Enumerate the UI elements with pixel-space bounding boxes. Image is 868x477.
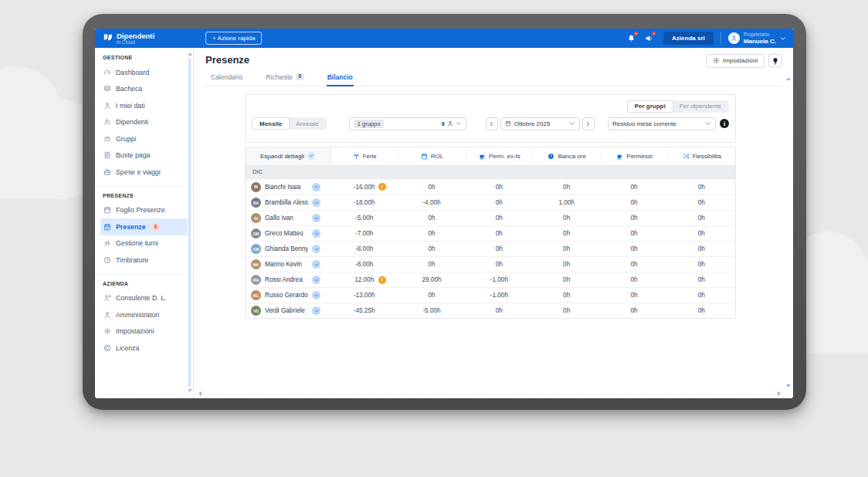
table-row[interactable]: RA Rossi Andrea 12.00h!29.00h-1.00h0h0h0… (246, 272, 735, 287)
column-header-banca-ore[interactable]: Banca ore (533, 147, 600, 165)
balance-value: 0h (496, 307, 503, 314)
column-header-flessibilit[interactable]: Flessibilità (668, 147, 735, 165)
tab-calendario[interactable]: Calendario (210, 71, 243, 86)
employee-count: 9 (442, 120, 445, 127)
employee-name: Bianchi Isaia (265, 184, 308, 191)
table-row[interactable]: GB Ghianda Benny -8.00h0h0h0h0h0h (246, 241, 735, 256)
sidebar-item-spese-e-viaggi[interactable]: Spese e viaggi (100, 164, 188, 181)
scroll-up-arrow-icon[interactable] (786, 77, 791, 80)
tab-richieste[interactable]: Richieste 8 (265, 71, 305, 86)
sidebar-nav: GESTIONE Dashboard Bacheca I miei dati D… (95, 55, 193, 357)
company-button[interactable]: Azienda srl (663, 32, 714, 45)
chevron-down-icon (569, 120, 575, 127)
balance-type-select[interactable]: Residuo mese corrente (608, 117, 716, 130)
toggle-per-dipendente[interactable]: Per dipendente (673, 101, 728, 112)
toggle-per-gruppi[interactable]: Per gruppi (628, 101, 673, 112)
balance-value: 0h (496, 184, 503, 191)
bilancio-content: Per gruppi Per dipendente Mensile Annual… (245, 94, 736, 320)
table-row[interactable]: GM Greco Matteo -7.00h0h0h0h0h0h (246, 225, 735, 241)
balance-value: 0h (563, 230, 570, 237)
balance-cell: 0h (668, 215, 735, 222)
expand-row-chevron-icon[interactable] (312, 229, 320, 238)
expand-details-button[interactable]: Espandi dettagli (246, 147, 331, 165)
quick-action-button[interactable]: + Azione rapida (205, 32, 262, 45)
toggle-mensile[interactable]: Mensile (253, 118, 289, 129)
table-row[interactable]: BA Brambilla Alessa... -18.00h-4.00h0h1.… (246, 195, 735, 210)
table-row[interactable]: RG Russo Gerardo -13.00h0h-1.00h0h0h0h (246, 287, 735, 303)
sidebar-section: AZIENDA Consulente D. L. Amministratori … (95, 274, 193, 357)
next-month-button[interactable] (582, 117, 595, 130)
expand-row-chevron-icon[interactable] (312, 245, 320, 253)
expand-row-chevron-icon[interactable] (312, 260, 320, 269)
column-header-permessi[interactable]: Permessi (600, 147, 667, 165)
balance-value: -8.00h (355, 245, 373, 252)
balance-cell: 0h (533, 184, 600, 191)
tab-bilancio[interactable]: Bilancio (327, 71, 354, 86)
expand-row-chevron-icon[interactable] (312, 214, 320, 222)
sidebar-item-licenza[interactable]: Licenza (100, 340, 188, 357)
main-vertical-scrollbar[interactable] (786, 77, 791, 387)
table-row[interactable]: GI Gallo Ivan -5.00h0h0h0h0h0h (246, 210, 735, 225)
sidebar-item-amministratori[interactable]: Amministratori (100, 306, 188, 323)
sidebar-item-consulente-d-l[interactable]: Consulente D. L. (100, 290, 188, 307)
sidebar-item-buste-paga[interactable]: Buste paga (100, 147, 188, 164)
balance-cell: 0h (533, 230, 600, 237)
previous-month-button[interactable] (486, 117, 498, 130)
balance-value: 0h (428, 215, 435, 222)
main-horizontal-scrollbar[interactable] (198, 391, 781, 396)
balance-cell: 0h (398, 230, 465, 237)
tab-label: Richieste (266, 73, 293, 81)
sidebar-item-impostazioni[interactable]: Impostazioni (100, 323, 188, 340)
settings-button[interactable]: Impostazioni (706, 54, 765, 68)
balance-cell: -7.00h (331, 230, 398, 237)
scroll-down-arrow-icon[interactable] (188, 389, 192, 392)
sidebar-item-dashboard[interactable]: Dashboard (100, 64, 188, 81)
sidebar-item-timbrature[interactable]: Timbrature (100, 252, 188, 269)
sidebar-item-gestione-turni[interactable]: Gestione turni (100, 235, 188, 252)
toggle-annuale[interactable]: Annuale (289, 118, 325, 129)
column-header-rol[interactable]: ROL (398, 147, 465, 165)
info-icon[interactable] (720, 119, 729, 128)
sidebar-item-dipendenti[interactable]: Dipendenti (100, 114, 188, 131)
scroll-up-arrow-icon[interactable] (188, 52, 192, 56)
scroll-left-arrow-icon[interactable] (198, 391, 202, 396)
balance-cell: 0h (600, 230, 667, 237)
balance-cell: 0h (668, 245, 735, 252)
sidebar-item-foglio-presenze[interactable]: Foglio Presenze (100, 202, 188, 219)
user-info: Proprietario Manuela C. (744, 32, 776, 45)
sidebar-item-bacheca[interactable]: Bacheca (100, 81, 188, 98)
expand-row-chevron-icon[interactable] (312, 276, 320, 284)
table-row[interactable]: MK Marino Kevin -8.00h0h0h0h0h0h (246, 256, 735, 272)
chevron-down-icon (705, 120, 711, 127)
expand-row-chevron-icon[interactable] (312, 291, 320, 299)
table-row[interactable]: BI Bianchi Isaia -16.00h!0h0h0h0h0h (246, 179, 735, 195)
suggestions-button[interactable] (768, 54, 782, 67)
user-menu[interactable]: Proprietario Manuela C. (728, 32, 786, 45)
month-select[interactable]: Ottobre 2025 (500, 117, 580, 130)
column-header-perm-ex-fs[interactable]: Perm. ex-fs (466, 147, 533, 165)
notifications-button[interactable] (625, 32, 637, 45)
scroll-down-arrow-icon[interactable] (786, 384, 791, 387)
expand-row-chevron-icon[interactable] (312, 183, 320, 191)
sidebar-item-label: Gruppi (116, 135, 136, 143)
sidebar-scrollbar[interactable] (188, 52, 192, 392)
column-header-label: Permessi (626, 153, 652, 160)
scroll-right-arrow-icon[interactable] (778, 391, 781, 396)
table-row[interactable]: VG Verdi Gabriele -45.25h-5.00h0h0h0h0h (246, 303, 735, 318)
balance-value: -8.00h (355, 261, 373, 268)
balance-value: 0h (496, 230, 503, 237)
expand-row-chevron-icon[interactable] (312, 198, 320, 207)
sidebar-item-presenze[interactable]: Presenze 8 (100, 218, 188, 235)
balance-value: 1.00h (558, 199, 575, 206)
column-header-ferie[interactable]: Ferie (331, 147, 398, 165)
group-filter-select[interactable]: 1 gruppo 9 (349, 117, 466, 130)
balance-cell: 0h (466, 199, 533, 206)
app-logo[interactable]: Dipendenti in Cloud (102, 32, 154, 45)
expand-row-chevron-icon[interactable] (312, 306, 320, 315)
column-header-label: Banca ore (558, 153, 585, 160)
tab-bar: Calendario Richieste 8 Bilancio (205, 71, 782, 86)
employee-cell: MK Marino Kevin (246, 259, 331, 269)
sidebar-item-gruppi[interactable]: Gruppi (100, 130, 188, 147)
announcements-button[interactable] (643, 32, 655, 45)
sidebar-item-i-miei-dati[interactable]: I miei dati (100, 97, 188, 114)
